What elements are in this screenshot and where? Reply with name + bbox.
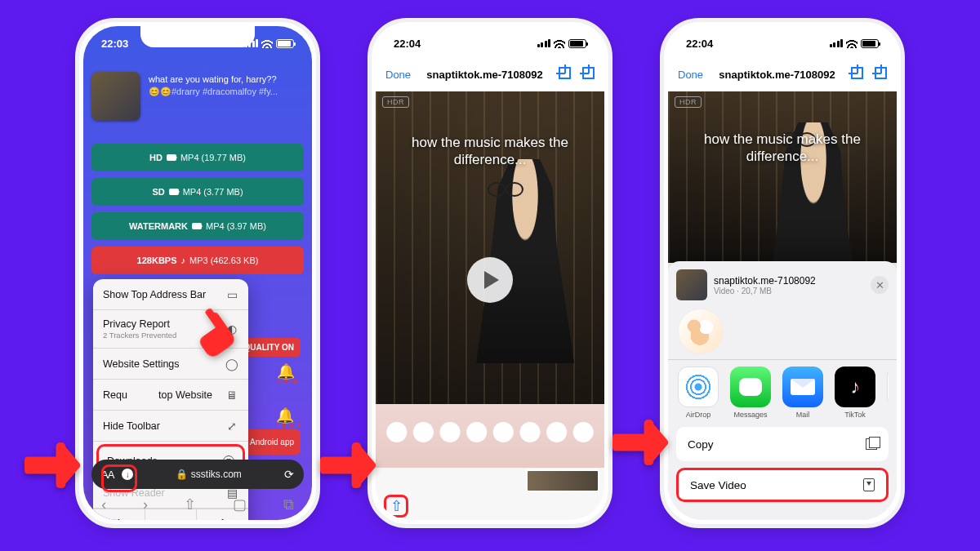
- bookmarks-button[interactable]: ▢: [233, 495, 247, 513]
- nav-title: snaptiktok.me-7108092: [411, 69, 559, 81]
- status-bar: 22:03: [83, 36, 312, 51]
- crop-button[interactable]: [582, 67, 595, 82]
- sheet-file-info: snaptiktok.me-7108092 Video · 20,7 MB: [714, 275, 864, 295]
- video-caption: what are you wating for, harry?? 😊😊#drar…: [149, 72, 304, 121]
- share-icon[interactable]: ⇧: [390, 497, 403, 515]
- bottom-toolbar: ⇧: [376, 492, 604, 520]
- settings-icon: ◯: [225, 358, 238, 371]
- done-button[interactable]: Done: [385, 69, 411, 81]
- video-icon: [192, 223, 202, 229]
- url-text: 🔒 ssstiks.com: [141, 469, 276, 480]
- share-button[interactable]: ⇧: [184, 495, 196, 513]
- desktop-icon: 🖥: [225, 389, 238, 402]
- hdr-badge: HDR: [382, 96, 409, 108]
- clock: 22:04: [394, 38, 421, 50]
- app-airdrop[interactable]: AirDrop: [678, 367, 719, 419]
- back-button[interactable]: ‹: [101, 496, 106, 513]
- share-apps-row: AirDrop Messages Mail ♪ TikTok: [676, 367, 889, 422]
- donate-label: donate: [277, 377, 300, 385]
- video-icon: [169, 189, 179, 195]
- rotate-button[interactable]: [559, 67, 571, 82]
- video-keyboard-prop: [376, 404, 604, 468]
- status-bar: 22:04: [376, 36, 604, 51]
- copy-icon: [866, 438, 877, 450]
- wifi-icon: [846, 39, 858, 48]
- safari-toolbar: ‹ › ⇧ ▢ ⧉: [83, 489, 312, 520]
- signal-icon: [537, 39, 551, 47]
- mail-icon: [782, 367, 823, 407]
- clock: 22:03: [101, 38, 128, 50]
- download-sd-button[interactable]: SD MP4 (3.77 MB): [91, 178, 304, 206]
- crop-button[interactable]: [875, 67, 887, 82]
- nav-title: snaptiktok.me-7108092: [703, 69, 851, 81]
- expand-icon: ⤢: [225, 420, 238, 433]
- thumbnail-strip: [376, 468, 604, 494]
- messages-icon: [730, 367, 771, 407]
- sheet-thumbnail: [676, 269, 707, 300]
- donate-bell-icon[interactable]: 🔔: [277, 362, 293, 379]
- hdr-badge: HDR: [675, 96, 702, 108]
- signal-icon: [245, 39, 259, 47]
- reload-icon[interactable]: ⟳: [284, 468, 294, 481]
- wifi-icon: [554, 39, 565, 48]
- video-info-row: what are you wating for, harry?? 😊😊#drar…: [83, 67, 312, 126]
- wifi-icon: [261, 39, 273, 48]
- save-icon: [863, 478, 875, 491]
- music-note-icon: ♪: [181, 256, 186, 265]
- more-icon: [887, 367, 889, 407]
- battery-icon: [276, 39, 294, 48]
- pointer-hand-icon: [24, 441, 82, 490]
- tabs-button[interactable]: ⧉: [283, 496, 294, 513]
- forward-button[interactable]: ›: [143, 496, 148, 513]
- rotate-button[interactable]: [851, 67, 863, 82]
- video-overlay-text: how the music makes thedifference...: [668, 131, 897, 166]
- menu-request-desktop[interactable]: Requ top Website 🖥: [93, 380, 248, 411]
- download-audio-button[interactable]: 128KBPS♪ MP3 (462.63 KB): [91, 247, 304, 274]
- app-tiktok[interactable]: ♪ TikTok: [835, 367, 875, 419]
- play-button[interactable]: [467, 257, 513, 303]
- highlight-aA-button: [101, 464, 137, 492]
- support-label: support: [276, 421, 301, 429]
- battery-icon: [568, 39, 586, 48]
- signal-icon: [830, 39, 844, 47]
- status-bar: 22:04: [668, 36, 897, 51]
- pointer-hand-icon: [320, 441, 377, 490]
- airdrop-icon: [684, 373, 712, 401]
- action-save-video[interactable]: Save Video: [676, 468, 889, 502]
- video-preview: HDR how the music makes thedifference...: [668, 91, 897, 263]
- pointer-hand-icon: [612, 418, 670, 467]
- contact-avatar[interactable]: [678, 309, 724, 354]
- thumbnail-item[interactable]: [526, 469, 599, 492]
- share-sheet: snaptiktok.me-7108092 Video · 20,7 MB ✕ …: [668, 261, 897, 520]
- video-overlay-text: how the music makes thedifference...: [376, 134, 604, 169]
- download-hd-button[interactable]: HD MP4 (19.77 MB): [91, 144, 304, 171]
- support-bell-icon[interactable]: 🔔: [276, 407, 292, 423]
- action-copy[interactable]: Copy: [676, 427, 889, 461]
- download-watermark-button[interactable]: WATERMARK MP4 (3.97 MB): [91, 212, 304, 240]
- app-more[interactable]: Me: [887, 367, 889, 419]
- menu-hide-toolbar[interactable]: Hide Toolbar ⤢: [93, 411, 248, 442]
- divider: [668, 359, 897, 360]
- nav-bar: Done snaptiktok.me-7108092: [668, 60, 897, 88]
- video-thumbnail: [91, 72, 140, 121]
- tiktok-icon: ♪: [835, 367, 875, 407]
- highlight-share-button: ⇧: [384, 495, 408, 518]
- battery-icon: [861, 39, 879, 48]
- done-button[interactable]: Done: [678, 69, 703, 81]
- nav-bar: Done snaptiktok.me-7108092: [376, 60, 604, 88]
- video-preview[interactable]: HDR how the music makes thedifference...: [376, 91, 604, 468]
- app-messages[interactable]: Messages: [730, 367, 771, 419]
- close-sheet-button[interactable]: ✕: [871, 276, 889, 294]
- clock: 22:04: [686, 38, 713, 50]
- video-icon: [167, 154, 176, 161]
- app-mail[interactable]: Mail: [782, 367, 823, 419]
